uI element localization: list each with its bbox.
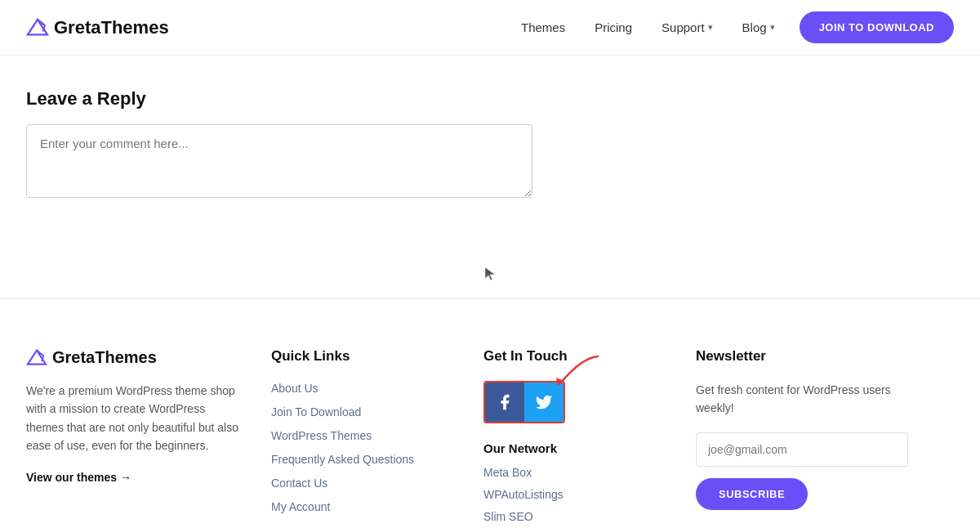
nav-themes[interactable]: Themes — [510, 14, 577, 41]
link-about-us[interactable]: About Us — [271, 382, 318, 395]
comment-textarea[interactable] — [26, 124, 532, 198]
cursor-icon — [483, 266, 497, 282]
twitter-icon[interactable] — [524, 383, 564, 422]
main-nav: Themes Pricing Support ▾ Blog ▾ JOIN TO … — [510, 11, 954, 43]
footer-description: We're a premium WordPress theme shop wit… — [26, 382, 238, 455]
main-content: Leave a Reply — [0, 56, 572, 249]
facebook-svg — [496, 393, 514, 411]
footer-newsletter-col: Newsletter Get fresh content for WordPre… — [696, 348, 908, 528]
link-slim-seo[interactable]: Slim SEO — [483, 510, 533, 523]
list-item: Contact Us — [271, 476, 451, 490]
social-icons-box — [483, 381, 565, 423]
footer-logo-text: GretaThemes — [52, 348, 157, 367]
our-network-title: Our Network — [483, 441, 663, 455]
email-input[interactable] — [696, 432, 908, 467]
link-contact-us[interactable]: Contact Us — [271, 477, 327, 490]
footer-contact-col: Get In Touch — [483, 348, 663, 528]
list-item: WPAutoListings — [483, 487, 663, 501]
leave-reply-title: Leave a Reply — [26, 88, 546, 110]
list-item: Join To Download — [271, 405, 451, 418]
subscribe-button[interactable]: SUBSCRIBE — [696, 478, 808, 510]
link-join-to-download[interactable]: Join To Download — [271, 405, 361, 418]
site-header: GretaThemes Themes Pricing Support ▾ Blo… — [0, 0, 980, 56]
footer-quick-links-col: Quick Links About Us Join To Download Wo… — [271, 348, 451, 528]
site-logo[interactable]: GretaThemes — [26, 17, 169, 38]
link-my-account[interactable]: My Account — [271, 500, 330, 513]
social-with-arrow — [483, 381, 565, 430]
view-themes-link[interactable]: View our themes → — [26, 471, 131, 484]
list-item: Slim SEO — [483, 509, 663, 523]
logo-text: GretaThemes — [54, 17, 169, 38]
nav-blog[interactable]: Blog ▾ — [731, 14, 786, 41]
site-footer: GretaThemes We're a premium WordPress th… — [0, 299, 980, 528]
quick-links-list: About Us Join To Download WordPress Them… — [271, 381, 451, 513]
link-wordpress-themes[interactable]: WordPress Themes — [271, 429, 372, 442]
link-meta-box[interactable]: Meta Box — [483, 466, 532, 479]
list-item: WordPress Themes — [271, 428, 451, 442]
cursor-area — [0, 249, 980, 298]
list-item: Frequently Asked Questions — [271, 452, 451, 466]
network-links-list: Meta Box WPAutoListings Slim SEO Free WP… — [483, 465, 663, 528]
facebook-icon[interactable] — [485, 383, 524, 422]
link-faq[interactable]: Frequently Asked Questions — [271, 453, 414, 466]
footer-brand-col: GretaThemes We're a premium WordPress th… — [26, 348, 238, 528]
nav-pricing[interactable]: Pricing — [583, 14, 644, 41]
link-wpautolistings[interactable]: WPAutoListings — [483, 488, 564, 501]
newsletter-title: Newsletter — [696, 348, 908, 365]
blog-chevron-icon: ▾ — [770, 22, 775, 33]
footer-grid: GretaThemes We're a premium WordPress th… — [26, 348, 954, 528]
list-item: Meta Box — [483, 465, 663, 479]
join-download-button[interactable]: JOIN TO DOWNLOAD — [800, 11, 954, 43]
list-item: About Us — [271, 381, 451, 395]
get-in-touch-title: Get In Touch — [483, 348, 663, 365]
list-item: My Account — [271, 499, 451, 513]
newsletter-description: Get fresh content for WordPress users we… — [696, 381, 908, 418]
nav-support[interactable]: Support ▾ — [650, 14, 724, 41]
twitter-svg — [535, 393, 553, 411]
logo-icon — [26, 18, 49, 38]
footer-logo: GretaThemes — [26, 348, 238, 367]
quick-links-title: Quick Links — [271, 348, 451, 365]
footer-logo-icon — [26, 349, 47, 367]
support-chevron-icon: ▾ — [708, 22, 713, 33]
